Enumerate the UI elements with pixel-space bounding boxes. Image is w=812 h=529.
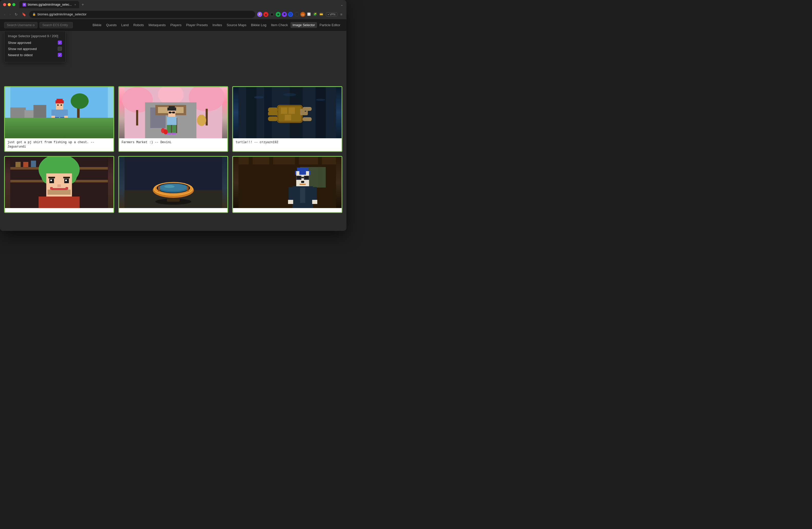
maximize-button[interactable] [12, 3, 15, 6]
svg-rect-5 [33, 105, 46, 122]
image-card-3[interactable]: turtle!!! -- crzyazn192 [232, 86, 342, 152]
active-tab[interactable]: B biomes.gg/admin/image_selec... × [19, 1, 79, 8]
nav-link-player-presets[interactable]: Player Presets [184, 22, 210, 28]
svg-rect-2 [10, 123, 49, 138]
ext-icon-7[interactable]: ◻ [294, 12, 299, 17]
tab-bar: B biomes.gg/admin/image_selec... × + ⌄ [19, 1, 343, 8]
filter-row-newest: Newest to oldest ✓ [8, 53, 62, 57]
filter-dropdown: Image Selector [approved 9 / 200] Show a… [4, 31, 66, 62]
svg-rect-59 [316, 87, 326, 138]
nav-link-item-check[interactable]: Item Check [269, 22, 290, 28]
svg-rect-114 [249, 157, 253, 208]
svg-rect-70 [303, 107, 312, 111]
svg-rect-69 [268, 116, 278, 121]
minimize-button[interactable] [8, 3, 11, 6]
ext-icon-5[interactable]: ❋ [282, 12, 287, 17]
nav-link-players[interactable]: Players [168, 22, 184, 28]
nav-link-bikkie-log[interactable]: Bikkie Log [249, 22, 269, 28]
nav-link-metaquests[interactable]: Metaquests [147, 22, 168, 28]
url-bar[interactable]: 🔒 biomes.gg/admin/image_selector [29, 11, 255, 18]
ext-icon-4[interactable]: ◈ [276, 12, 281, 17]
filter-approved-checkbox[interactable]: ✓ [58, 41, 62, 45]
nav-link-invites[interactable]: Invites [211, 22, 224, 28]
nav-link-bikkie[interactable]: Bikkie [91, 22, 104, 28]
ext-icon-3[interactable]: ◉ [270, 12, 275, 17]
svg-rect-23 [60, 117, 64, 124]
svg-rect-111 [187, 186, 189, 191]
svg-rect-127 [301, 181, 304, 183]
filter-not-approved-label: Show not approved [8, 47, 37, 51]
filter-newest-label: Newest to oldest [8, 53, 33, 57]
svg-rect-95 [50, 187, 53, 190]
forward-button[interactable]: › [9, 12, 12, 17]
svg-rect-32 [136, 110, 138, 126]
nav-link-source-maps[interactable]: Source Maps [224, 22, 248, 28]
url-text: biomes.gg/admin/image_selector [38, 12, 86, 16]
svg-rect-45 [167, 117, 177, 125]
svg-point-7 [71, 93, 89, 109]
svg-rect-134 [312, 187, 317, 200]
new-tab-button[interactable]: + [80, 2, 85, 8]
svg-rect-26 [82, 122, 87, 128]
reload-button[interactable]: ↻ [14, 12, 19, 17]
vpn-badge[interactable]: • VPN [326, 12, 337, 16]
nav-inputs [4, 22, 73, 28]
svg-rect-9 [50, 125, 51, 129]
filter-newest-checkbox[interactable]: ✓ [58, 53, 62, 57]
svg-rect-93 [57, 185, 61, 187]
svg-rect-72 [268, 112, 278, 115]
dropdown-title: Image Selector [approved 9 / 200] [8, 34, 62, 38]
nav-link-image-selector[interactable]: Image Selector [291, 22, 317, 28]
image-scene-3 [233, 87, 342, 138]
tab-options-icon[interactable]: ⌄ [340, 3, 343, 7]
image-card-5[interactable] [118, 156, 228, 213]
image-scene-5 [119, 157, 228, 208]
svg-rect-44 [171, 112, 172, 113]
svg-rect-130 [306, 171, 309, 175]
search-ecs-input[interactable] [40, 22, 73, 28]
nav-link-quests[interactable]: Quests [104, 22, 119, 28]
svg-point-53 [163, 129, 168, 134]
ext-icon-10[interactable]: 🧩 [313, 12, 318, 17]
nav-link-land[interactable]: Land [119, 22, 131, 28]
tab-close-icon[interactable]: × [74, 3, 76, 6]
image-caption-1: just got a pj shirt from fishing up a ch… [5, 138, 113, 151]
image-card-2[interactable]: Farmers Market :) -- DevinL [118, 86, 228, 152]
image-card-1[interactable]: just got a pj shirt from fishing up a ch… [4, 86, 114, 152]
ext-icon-8[interactable]: 🦊 [300, 12, 305, 17]
svg-point-74 [284, 93, 296, 96]
back-button[interactable]: ‹ [3, 12, 6, 17]
ext-icon-2[interactable]: ▲ [263, 12, 269, 17]
svg-rect-21 [64, 116, 68, 118]
nav-link-particle-editor[interactable]: Particle Editor [317, 22, 342, 28]
search-username-input[interactable] [4, 22, 38, 28]
close-button[interactable] [3, 3, 6, 6]
ext-icon-6[interactable]: ⬡ [288, 12, 293, 17]
svg-rect-128 [300, 184, 306, 185]
svg-rect-49 [171, 133, 176, 135]
image-card-6[interactable] [232, 156, 342, 213]
filter-row-approved: Show approved ✓ [8, 41, 62, 45]
ext-icon-9[interactable]: ⬜ [306, 12, 311, 17]
addressbar: ‹ › ↻ 🔖 🔒 biomes.gg/admin/image_selector… [0, 9, 346, 19]
svg-rect-20 [51, 116, 55, 118]
filter-not-approved-checkbox[interactable] [58, 47, 62, 51]
svg-rect-92 [63, 177, 70, 178]
svg-rect-98 [39, 196, 79, 208]
svg-rect-51 [200, 115, 203, 118]
image-caption-5 [119, 208, 228, 212]
svg-rect-1 [10, 120, 108, 138]
hamburger-menu[interactable]: ≡ [339, 12, 343, 17]
svg-rect-22 [55, 117, 59, 124]
svg-rect-90 [65, 180, 67, 181]
svg-rect-133 [289, 187, 293, 200]
svg-rect-47 [172, 125, 176, 133]
image-card-4[interactable] [4, 156, 114, 213]
bookmark-button[interactable]: 🔖 [21, 12, 27, 17]
ext-icon-1[interactable]: ⚡ [257, 12, 262, 17]
svg-rect-10 [52, 125, 53, 129]
nav-link-robots[interactable]: Robots [131, 22, 146, 28]
ext-icon-11[interactable]: 💳 [319, 12, 324, 17]
image-caption-3: turtle!!! -- crzyazn192 [233, 138, 342, 147]
svg-rect-132 [300, 188, 305, 203]
